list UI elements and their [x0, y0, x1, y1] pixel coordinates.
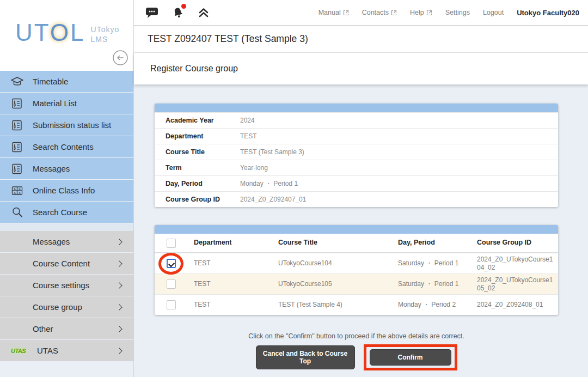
- row-checkbox[interactable]: [167, 279, 176, 289]
- detail-row-course-title: Course Title TEST (Test Sample 3): [155, 144, 558, 160]
- sidebar-item-material-list[interactable]: Material List: [0, 93, 133, 114]
- sidebar-item-search-course[interactable]: Search Course: [0, 202, 133, 223]
- contacts-link[interactable]: Contacts: [362, 9, 397, 16]
- chevron-right-icon: [116, 239, 122, 245]
- card-header-bar: [155, 104, 558, 112]
- svg-text:A: A: [14, 187, 16, 190]
- detail-row-course-group-id: Course Group ID 2024_Z0_Z092407_01: [155, 191, 558, 207]
- detail-row-department: Department TEST: [155, 128, 558, 144]
- course-details-card: Academic Year 2024 Department TEST Cours…: [155, 104, 558, 207]
- sidebar-item-messages[interactable]: Messages: [0, 158, 133, 179]
- annotation-rect: Confirm: [364, 344, 457, 370]
- sidebar-item-utas[interactable]: UTAS UTAS: [0, 340, 133, 361]
- detail-row-academic-year: Academic Year 2024: [155, 112, 558, 128]
- sidebar-item-course-content[interactable]: Course Content: [0, 253, 133, 274]
- settings-link[interactable]: Settings: [445, 9, 470, 16]
- select-all-checkbox[interactable]: [167, 239, 176, 248]
- table-row: TEST UTokyoCourse105 Saturday ・ Period 1…: [155, 273, 558, 294]
- confirm-instruction-text: Click on the "Confirm" button to proceed…: [155, 332, 558, 340]
- search-course-icon: [10, 206, 24, 218]
- sidebar-item-timetable[interactable]: Timetable: [0, 71, 133, 92]
- sidebar-item-search-contents[interactable]: Search Contents: [0, 136, 133, 157]
- external-link-icon: [391, 10, 397, 16]
- table-header-row: Department Course Title Day, Period Cour…: [155, 234, 558, 253]
- manual-link[interactable]: Manual: [318, 9, 349, 16]
- chevron-right-icon: [116, 282, 122, 288]
- course-title-bar: TEST Z092407 TEST (Test Sample 3): [134, 26, 588, 53]
- chevron-right-icon: [116, 260, 122, 266]
- sidebar-collapse-button[interactable]: [112, 49, 129, 66]
- table-row: TEST UTokyoCourse104 Saturday ・ Period 1…: [155, 253, 558, 273]
- material-list-icon: [10, 98, 24, 110]
- column-header-day-period: Day, Period: [391, 239, 470, 247]
- logo-area: UTOL UTokyo LMS: [0, 0, 133, 71]
- notification-dot: [181, 4, 186, 9]
- online-class-info-icon: AAAA: [10, 185, 24, 197]
- external-link-icon: [426, 10, 432, 16]
- section-title-bar: Register Course group: [134, 53, 588, 84]
- username-label: Utokyo Faculty020: [517, 9, 579, 17]
- table-row: TEST TEST (Test Sample 4) Monday ・ Perio…: [155, 294, 558, 315]
- utol-logo-subtext: UTokyo LMS: [91, 25, 120, 44]
- svg-text:A: A: [14, 191, 16, 194]
- sidebar-item-other[interactable]: Other: [0, 318, 133, 339]
- sidebar-item-course-group[interactable]: Course group: [0, 296, 133, 318]
- sidebar-group-divider: [0, 223, 133, 231]
- chat-icon[interactable]: [145, 6, 159, 19]
- collapse-header-icon[interactable]: [197, 7, 210, 19]
- svg-text:A: A: [19, 191, 21, 194]
- svg-text:A: A: [19, 187, 21, 190]
- external-link-icon: [343, 10, 349, 16]
- sidebar-item-course-settings[interactable]: Course settings: [0, 275, 133, 296]
- column-header-course-group-id: Course Group ID: [470, 239, 558, 247]
- detail-row-day-period: Day, Period Monday ・ Period 1: [155, 175, 558, 191]
- search-contents-icon: [10, 141, 24, 153]
- row-checkbox[interactable]: [167, 300, 176, 309]
- sidebar-item-messages-group[interactable]: Messages: [0, 231, 133, 252]
- help-link[interactable]: Help: [410, 9, 432, 16]
- utas-icon: UTAS: [11, 348, 28, 354]
- cancel-button[interactable]: Cancel and Back to Course Top: [256, 345, 355, 369]
- notifications-bell-icon[interactable]: [171, 5, 185, 20]
- messages-icon: [10, 163, 24, 175]
- arrow-left-circle-icon: [112, 49, 129, 66]
- detail-row-term: Term Year-long: [155, 160, 558, 175]
- sidebar-primary-menu: Timetable Material List Submission statu…: [0, 71, 133, 223]
- confirm-button[interactable]: Confirm: [370, 349, 451, 366]
- sidebar-secondary-menu: Messages Course Content Course settings …: [0, 231, 133, 362]
- content-area: Academic Year 2024 Department TEST Cours…: [134, 84, 588, 377]
- course-group-table-card: Department Course Title Day, Period Cour…: [155, 225, 558, 315]
- page-title: TEST Z092407 TEST (Test Sample 3): [148, 33, 308, 45]
- main-area: Manual Contacts Help Settings Logout Uto…: [133, 0, 588, 377]
- sidebar-item-online-class-info[interactable]: AAAA Online Class Info: [0, 180, 133, 201]
- sidebar-item-submission-status-list[interactable]: Submission status list: [0, 114, 133, 136]
- column-header-department: Department: [187, 239, 272, 247]
- chevron-right-icon: [116, 304, 122, 310]
- row-checkbox[interactable]: [167, 259, 176, 268]
- sidebar: UTOL UTokyo LMS Timetable Material List: [0, 0, 133, 377]
- submission-status-icon: [10, 119, 24, 131]
- logout-link[interactable]: Logout: [483, 9, 504, 16]
- section-title: Register Course group: [150, 64, 238, 74]
- topbar: Manual Contacts Help Settings Logout Uto…: [134, 0, 588, 26]
- action-buttons-row: Cancel and Back to Course Top Confirm: [155, 344, 558, 370]
- chevron-right-icon: [116, 326, 122, 332]
- card-header-bar: [155, 225, 558, 234]
- utol-logo: UTOL UTokyo LMS: [15, 21, 119, 45]
- timetable-icon: [10, 76, 24, 88]
- chevron-right-icon: [116, 348, 122, 354]
- column-header-course-title: Course Title: [272, 239, 391, 247]
